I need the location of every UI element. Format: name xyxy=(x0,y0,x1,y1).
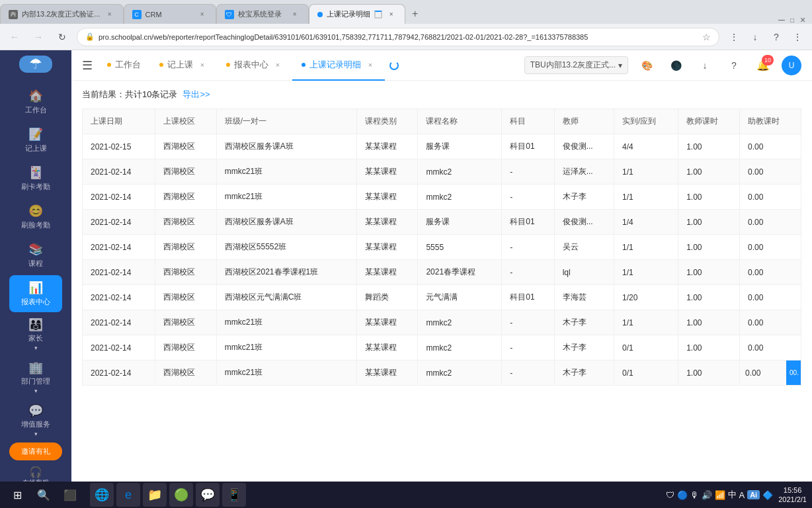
taskbar-app-phone[interactable]: 📱 xyxy=(222,483,246,507)
cell-assistant-hours: 0.00 xyxy=(740,260,801,285)
bookmark-icon[interactable]: ☆ xyxy=(702,32,711,42)
invite-button[interactable]: 邀请有礼 xyxy=(9,443,62,460)
nav-tab-dashboard-label: 工作台 xyxy=(115,59,141,71)
ai-badge[interactable]: Ai xyxy=(747,490,760,499)
cell-assistant-hours: 0.00 xyxy=(740,310,801,335)
export-link[interactable]: 导出>> xyxy=(183,89,210,101)
table-row: 2021-02-14西湖校区mmkc21班某某课程mmkc2-木子李1/11.0… xyxy=(83,310,801,335)
sidebar-item-dashboard[interactable]: 🏠 工作台 xyxy=(9,83,62,120)
theme-button[interactable]: 🌑 xyxy=(665,55,686,76)
sidebar-item-face-attendance[interactable]: 😊 刷脸考勤 xyxy=(9,198,62,235)
clock[interactable]: 15:56 2021/2/1 xyxy=(778,486,807,505)
taskbar-app-green[interactable]: 🟢 xyxy=(169,483,193,507)
cell-attendance: 0/1 xyxy=(614,335,678,360)
browser-tab-4[interactable]: 上课记录明细 × xyxy=(309,4,405,24)
online-service-button[interactable]: 🎧 在线客服 xyxy=(20,463,52,482)
notification-badge: 10 xyxy=(762,55,774,65)
nav-tabs: 工作台 记上课 × 报表中心 × 上课记录明细 xyxy=(98,50,519,81)
cell-date: 2021-02-14 xyxy=(83,185,155,210)
taskbar-app-explorer[interactable]: 📁 xyxy=(143,483,167,507)
taskbar-app-edge[interactable]: e xyxy=(116,483,140,507)
help-icon[interactable]: ? xyxy=(723,55,745,76)
reload-button[interactable]: ↻ xyxy=(53,28,71,46)
phone-icon: 📱 xyxy=(227,487,241,502)
nav-tab-record[interactable]: 记上课 × xyxy=(150,50,217,81)
close-button[interactable]: × xyxy=(799,16,807,24)
cell-class: mmkc21班 xyxy=(216,360,356,386)
cell-teacher-hours: 1.00 xyxy=(678,335,740,360)
app-logo: ☂ xyxy=(19,56,52,73)
browser-tab-3-close[interactable]: × xyxy=(290,9,300,20)
sidebar-item-courses[interactable]: 📚 课程 xyxy=(9,237,62,274)
tenant-selector[interactable]: TBU内部13.2灰度正式... ▾ xyxy=(524,56,628,74)
nav-tab-detail[interactable]: 上课记录明细 × xyxy=(292,50,385,81)
nav-tab-reports-close[interactable]: × xyxy=(272,60,283,70)
bluetooth-icon[interactable]: 🔷 xyxy=(762,490,773,500)
minimize-button[interactable]: ─ xyxy=(778,16,786,24)
shield-tray-icon[interactable]: 🛡 xyxy=(666,490,674,500)
browser-tab-2[interactable]: C CRM × xyxy=(124,4,216,24)
browser-tab-2-close[interactable]: × xyxy=(197,9,208,20)
cell-attendance: 4/4 xyxy=(614,134,678,159)
sidebar-section-message-label: 增值服务 xyxy=(21,419,50,429)
sidebar-item-record[interactable]: 📝 记上课 xyxy=(9,122,62,159)
maximize-button[interactable]: □ xyxy=(788,16,796,24)
address-bar: ← → ↻ 🔒 pro.schoolpal.cn/web/reporter/re… xyxy=(0,24,812,50)
help-button[interactable]: ? xyxy=(767,28,786,46)
cell-attendance: 1/1 xyxy=(614,260,678,285)
more-button[interactable]: ⋮ xyxy=(788,28,807,46)
cell-class: 西湖校区服务课A班 xyxy=(216,210,356,235)
download-app-button[interactable]: ↓ xyxy=(694,55,715,76)
download-button[interactable]: ↓ xyxy=(746,28,764,46)
taskbar-app-chrome[interactable]: 🌐 xyxy=(90,483,114,507)
browser-tab-1-label: 内部13.2灰度正式验证... xyxy=(22,9,101,19)
cell-teacher-hours: 1.00 xyxy=(678,285,740,310)
search-button[interactable]: 🔍 xyxy=(32,483,56,507)
search-icon: 🔍 xyxy=(37,489,50,501)
nav-tab-reports[interactable]: 报表中心 × xyxy=(217,50,292,81)
cell-class: 西湖校区55552班 xyxy=(216,235,356,260)
cell-campus: 西湖校区 xyxy=(155,210,216,235)
browser-tab-4-close[interactable]: × xyxy=(386,9,397,20)
col-header-attendance: 实到/应到 xyxy=(614,109,678,134)
user-avatar[interactable]: U xyxy=(782,56,801,75)
start-button[interactable]: ⊞ xyxy=(5,483,29,507)
sidebar-section-message[interactable]: 💬 增值服务 ▾ xyxy=(9,400,62,441)
speaker-icon[interactable]: 🔊 xyxy=(702,490,712,500)
cell-class: 西湖校区2021春季课程1班 xyxy=(216,260,356,285)
input-method-icon[interactable]: 中 xyxy=(728,489,737,501)
result-bar: 当前结果：共计10条记录 导出>> xyxy=(82,89,801,101)
task-view-button[interactable]: ⬛ xyxy=(58,483,82,507)
nav-tab-record-close[interactable]: × xyxy=(197,60,208,70)
browser-tab-1-close[interactable]: × xyxy=(104,9,115,20)
extensions-button[interactable]: ⋮ xyxy=(725,28,743,46)
address-input-field[interactable]: 🔒 pro.schoolpal.cn/web/reporter/reportTe… xyxy=(77,28,719,46)
headphone-tray-icon[interactable]: 🎙 xyxy=(690,490,699,500)
cell-name: 2021春季课程 xyxy=(418,260,502,285)
forward-button[interactable]: → xyxy=(29,28,48,46)
cell-campus: 西湖校区 xyxy=(155,260,216,285)
cell-name: 服务课 xyxy=(418,134,502,159)
nav-tab-dashboard[interactable]: 工作台 xyxy=(98,50,150,81)
cell-name: mmkc2 xyxy=(418,310,502,335)
nav-tab-detail-close[interactable]: × xyxy=(365,60,376,70)
wifi-icon[interactable]: 📶 xyxy=(715,490,725,500)
browser-tab-3[interactable]: 🛡 校宝系统登录 × xyxy=(216,4,309,24)
notification-wrapper: 🔔 10 xyxy=(752,55,774,76)
keyboard-icon[interactable]: A xyxy=(739,490,745,500)
browser-tab-1[interactable]: 内 内部13.2灰度正式验证... × xyxy=(0,4,124,24)
taskbar-app-wechat[interactable]: 💬 xyxy=(196,483,220,507)
cell-date: 2021-02-14 xyxy=(83,235,155,260)
back-button[interactable]: ← xyxy=(5,28,24,46)
sidebar-section-parents[interactable]: 👨‍👩‍👧 家长 ▾ xyxy=(9,314,62,355)
lock-icon: 🔒 xyxy=(85,32,95,41)
cell-teacher-hours: 1.00 xyxy=(678,134,740,159)
sidebar-item-attendance[interactable]: 🃏 刷卡考勤 xyxy=(9,160,62,197)
skin-button[interactable]: 🎨 xyxy=(636,55,657,76)
sidebar-section-mgmt[interactable]: 🏢 部门管理 ▾ xyxy=(9,357,62,398)
antivirus-icon[interactable]: 🔵 xyxy=(677,490,688,500)
windows-icon: ⊞ xyxy=(13,489,22,501)
new-tab-button[interactable]: + xyxy=(405,4,425,24)
sidebar-item-reports[interactable]: 📊 报表中心 xyxy=(9,275,62,312)
hamburger-menu[interactable]: ☰ xyxy=(82,58,93,73)
